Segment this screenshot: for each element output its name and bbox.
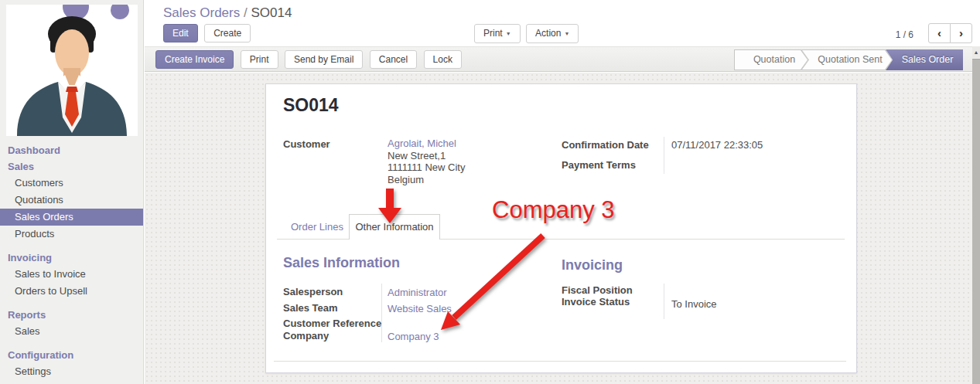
chevron-right-icon: › [959, 26, 963, 39]
header-buttons: Edit Create [163, 24, 254, 42]
form-toolbar: Create Invoice Print Send by Email Cance… [145, 46, 972, 72]
notebook-tabs: Order Lines Other Information [277, 214, 845, 240]
sidebar-item-settings[interactable]: Settings [0, 363, 143, 380]
customer-address-line: New Street,1 [388, 150, 465, 162]
breadcrumb-current: SO014 [251, 5, 292, 20]
sales-team-link[interactable]: Website Sales [388, 303, 452, 314]
sales-information-heading: Sales Information [283, 255, 400, 271]
caret-down-icon: ▼ [564, 29, 569, 39]
sidebar-item-customers[interactable]: Customers [0, 175, 143, 192]
chevron-left-icon: ‹ [937, 26, 941, 39]
header-bar: Sales Orders / SO014 Edit Create Print▼ … [145, 0, 980, 46]
sidebar-item-sales[interactable]: Sales [0, 158, 143, 175]
print-button[interactable]: Print [241, 50, 278, 69]
sidebar-item-reports[interactable]: Reports [0, 307, 143, 323]
scroll-up-button[interactable]: ▲ [972, 46, 980, 58]
create-button[interactable]: Create [204, 24, 251, 42]
customer-label: Customer [283, 138, 330, 150]
cancel-button[interactable]: Cancel [370, 50, 417, 69]
field-group-divider [664, 137, 664, 174]
sheet-bottom-divider [274, 361, 846, 362]
vertical-scrollbar[interactable]: ▲ [972, 46, 980, 384]
status-step-quotation-sent[interactable]: Quotation Sent [801, 49, 893, 70]
sales-team-label: Sales Team [283, 302, 338, 314]
sidebar-item-reports-sales[interactable]: Sales [0, 323, 143, 340]
order-title: SO014 [283, 95, 339, 116]
pager-next-button[interactable]: › [950, 23, 972, 43]
sidebar: Dashboard Sales Customers Quotations Sal… [0, 0, 144, 384]
pager-previous-button[interactable]: ‹ [928, 23, 951, 43]
field-group-divider [381, 284, 382, 342]
company-label: Company [283, 330, 329, 342]
sidebar-item-products[interactable]: Products [0, 226, 143, 243]
salesperson-link[interactable]: Administrator [388, 287, 447, 298]
caret-down-icon: ▼ [506, 29, 511, 39]
user-avatar [6, 5, 138, 136]
sidebar-item-invoicing[interactable]: Invoicing [0, 250, 143, 266]
scrollbar-thumb[interactable] [972, 59, 980, 384]
breadcrumb-separator: / [244, 5, 248, 20]
odoo-app-window: Dashboard Sales Customers Quotations Sal… [0, 0, 980, 384]
businessman-avatar-icon [6, 5, 138, 136]
pager-counter: 1 / 6 [896, 29, 913, 40]
status-step-sales-order[interactable]: Sales Order [886, 49, 963, 70]
status-step-quotation[interactable]: Quotation [734, 49, 808, 70]
statusbar: Quotation Quotation Sent Sales Order [734, 49, 963, 70]
field-group-divider [664, 284, 664, 319]
sidebar-item-configuration[interactable]: Configuration [0, 347, 143, 363]
sales-order-form: SO014 Customer Agrolait, Michel New Stre… [265, 83, 857, 373]
send-by-email-button[interactable]: Send by Email [285, 50, 363, 69]
fiscal-position-label: Fiscal Position [562, 284, 633, 296]
breadcrumb: Sales Orders / SO014 [163, 5, 292, 21]
invoicing-heading: Invoicing [562, 257, 623, 274]
action-dropdown-button[interactable]: Action▼ [526, 24, 579, 43]
customer-address-line: 1111111 New City [388, 161, 465, 174]
customer-name-link[interactable]: Agrolait, Michel [388, 138, 465, 150]
invoice-status-value: To Invoice [671, 298, 717, 310]
header-action-buttons: Print▼ Action▼ [474, 24, 581, 43]
customer-address-line: Belgium [388, 174, 465, 186]
sidebar-item-quotations[interactable]: Quotations [0, 192, 143, 209]
customer-reference-label: Customer Reference [283, 318, 381, 329]
edit-button[interactable]: Edit [163, 24, 198, 42]
tab-other-information[interactable]: Other Information [349, 214, 440, 240]
confirmation-date-value: 07/11/2017 22:33:05 [671, 139, 763, 151]
tab-order-lines[interactable]: Order Lines [291, 214, 343, 240]
sidebar-item-sales-teams[interactable]: Sales Teams [0, 380, 143, 384]
create-invoice-button[interactable]: Create Invoice [155, 50, 234, 69]
invoice-status-label: Invoice Status [562, 296, 630, 308]
sidebar-item-dashboard[interactable]: Dashboard [0, 142, 143, 158]
sidebar-item-sales-to-invoice[interactable]: Sales to Invoice [0, 266, 143, 283]
company-link[interactable]: Company 3 [388, 331, 439, 342]
sidebar-item-sales-orders[interactable]: Sales Orders [0, 209, 143, 226]
sidebar-item-orders-to-upsell[interactable]: Orders to Upsell [0, 283, 143, 300]
payment-terms-label: Payment Terms [562, 159, 636, 171]
toolbar-buttons: Create Invoice Print Send by Email Cance… [155, 50, 465, 69]
lock-button[interactable]: Lock [424, 50, 462, 69]
salesperson-label: Salesperson [283, 286, 343, 297]
customer-value: Agrolait, Michel New Street,1 1111111 Ne… [388, 138, 465, 185]
confirmation-date-label: Confirmation Date [562, 139, 649, 151]
breadcrumb-sales-orders-link[interactable]: Sales Orders [163, 5, 240, 20]
print-dropdown-button[interactable]: Print▼ [474, 24, 521, 43]
pager: ‹› [928, 23, 972, 43]
sidebar-menu: Dashboard Sales Customers Quotations Sal… [0, 142, 143, 384]
scroll-up-icon: ▲ [974, 49, 979, 55]
